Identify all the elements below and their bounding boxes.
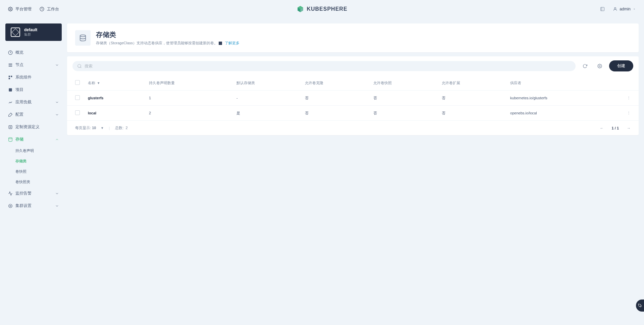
nav-monitoring-label: 监控告警 xyxy=(15,191,32,196)
row-allow-clone: 否 xyxy=(301,91,369,106)
nav-overview[interactable]: 概览 xyxy=(5,46,62,59)
nav-storage[interactable]: 存储 xyxy=(5,133,62,146)
th-provisioner: 供应者 xyxy=(506,75,623,91)
page-description-text: 存储类（StorageClass）支持动态卷供应，使管理员能够按需创建新的卷。 xyxy=(96,41,218,45)
table-header-row: 名称 ▾ 持久卷声明数量 默认存储类 允许卷克隆 允许卷快照 允许卷扩展 供应者 xyxy=(67,75,639,91)
row-default-sc: 是 xyxy=(232,106,301,121)
nav-nodes[interactable]: 节点 xyxy=(5,59,62,71)
row-pvc-count: 2 xyxy=(145,106,232,121)
table-row: local 2 是 否 否 否 openebs.io/local ⋮ xyxy=(67,106,639,121)
storage-class-table: 名称 ▾ 持久卷声明数量 默认存储类 允许卷克隆 允许卷快照 允许卷扩展 供应者… xyxy=(67,75,639,121)
nav-projects[interactable]: 项目 xyxy=(5,84,62,96)
nav-storage-label: 存储 xyxy=(15,137,23,142)
svg-rect-6 xyxy=(9,63,12,64)
nav-monitoring[interactable]: 监控告警 xyxy=(5,187,62,200)
user-menu[interactable]: admin xyxy=(613,7,636,11)
nav-app-workloads-label: 应用负载 xyxy=(15,99,32,105)
svg-point-0 xyxy=(10,8,11,10)
nav-storage-sub: 持久卷声明 存储类 卷快照 卷快照类 xyxy=(5,146,62,187)
user-icon xyxy=(613,7,618,11)
overview-icon xyxy=(8,50,13,55)
per-page-text: 每页显示: 10 xyxy=(75,125,96,130)
svg-rect-12 xyxy=(9,125,12,128)
storage-icon xyxy=(8,137,13,142)
nav-volume-snapshot-class[interactable]: 卷快照类 xyxy=(13,177,62,187)
logs-icon[interactable] xyxy=(600,7,605,11)
nav-crd-label: 定制资源定义 xyxy=(15,124,40,130)
th-name[interactable]: 名称 ▾ xyxy=(84,75,145,91)
table-card: 创建 名称 ▾ 持久卷声明数量 默认存储类 允许卷克隆 允许卷快照 允许卷扩 xyxy=(67,56,639,135)
row-name[interactable]: glusterfs xyxy=(88,96,103,100)
top-header: 平台管理 工作台 KUBESPHERE admin xyxy=(0,0,644,18)
th-name-label: 名称 xyxy=(88,81,95,85)
platform-management-link[interactable]: 平台管理 xyxy=(8,6,32,12)
create-button[interactable]: 创建 xyxy=(609,60,633,71)
nav-crd[interactable]: 定制资源定义 xyxy=(5,121,62,133)
per-page-dropdown[interactable]: ▾ xyxy=(101,126,103,130)
select-all-checkbox[interactable] xyxy=(75,80,80,85)
nav-storage-class[interactable]: 存储类 xyxy=(13,156,62,166)
cluster-name: default xyxy=(24,28,37,32)
page-info: 1 / 1 xyxy=(612,126,619,130)
svg-rect-9 xyxy=(11,75,12,77)
nav-app-workloads[interactable]: 应用负载 xyxy=(5,96,62,108)
learn-more-link[interactable]: 了解更多 xyxy=(225,41,239,45)
chevron-down-icon xyxy=(55,113,59,117)
cluster-type: 集群 xyxy=(24,32,37,37)
th-allow-clone: 允许卷克隆 xyxy=(301,75,369,91)
logo-text: KUBESPHERE xyxy=(307,6,347,12)
nav-volume-snapshot[interactable]: 卷快照 xyxy=(13,166,62,177)
workloads-icon xyxy=(8,100,13,105)
username-label: admin xyxy=(620,7,631,11)
settings-button[interactable] xyxy=(594,61,605,71)
row-checkbox[interactable] xyxy=(75,95,80,100)
prev-page-button[interactable]: ← xyxy=(600,126,604,130)
next-page-button[interactable]: → xyxy=(627,126,631,130)
th-pvc-count: 持久卷声明数量 xyxy=(145,75,232,91)
nav-config[interactable]: 配置 xyxy=(5,108,62,121)
cluster-card[interactable]: default 集群 xyxy=(5,23,62,41)
table-row: glusterfs 1 - 否 否 否 kubernetes.io/gluste… xyxy=(67,91,639,106)
nav-system-components[interactable]: 系统组件 xyxy=(5,71,62,84)
svg-rect-7 xyxy=(9,65,12,66)
nav-volume-snapshot-class-label: 卷快照类 xyxy=(15,179,30,184)
search-wrap xyxy=(72,61,576,71)
header-right: admin xyxy=(600,7,636,11)
search-input[interactable] xyxy=(85,64,571,68)
page-icon-wrap xyxy=(75,30,91,46)
settings-icon xyxy=(8,204,13,208)
th-allow-snapshot: 允许卷快照 xyxy=(369,75,438,91)
row-checkbox[interactable] xyxy=(75,110,80,115)
logo[interactable]: KUBESPHERE xyxy=(297,5,347,13)
page-header: 存储类 存储类（StorageClass）支持动态卷供应，使管理员能够按需创建新… xyxy=(67,23,639,52)
row-more-button[interactable]: ⋮ xyxy=(627,96,631,100)
refresh-button[interactable] xyxy=(580,61,590,71)
dashboard-icon xyxy=(40,7,44,11)
svg-point-15 xyxy=(9,138,12,139)
nav-system-components-label: 系统组件 xyxy=(15,74,32,80)
nav-nodes-label: 节点 xyxy=(15,62,23,68)
row-default-sc: - xyxy=(232,91,301,106)
table-toolbar: 创建 xyxy=(67,56,639,75)
svg-point-19 xyxy=(78,64,81,67)
crd-icon xyxy=(8,125,13,129)
row-allow-snapshot: 否 xyxy=(369,106,438,121)
header-left: 平台管理 工作台 xyxy=(8,6,59,12)
nav-storage-class-label: 存储类 xyxy=(15,159,26,164)
row-allow-expand: 否 xyxy=(438,106,506,121)
page-title: 存储类 xyxy=(96,30,239,39)
nav-cluster-settings[interactable]: 集群设置 xyxy=(5,200,62,212)
svg-point-17 xyxy=(9,204,12,208)
workbench-label: 工作台 xyxy=(47,6,59,12)
workbench-link[interactable]: 工作台 xyxy=(40,6,59,12)
row-name[interactable]: local xyxy=(88,111,96,115)
pagination: 每页显示: 10 ▾ | 总数: 2 ← 1 / 1 → xyxy=(67,121,639,135)
main-content: 存储类 存储类（StorageClass）支持动态卷供应，使管理员能够按需创建新… xyxy=(67,18,644,217)
nav-pvc[interactable]: 持久卷声明 xyxy=(13,146,62,156)
row-pvc-count: 1 xyxy=(145,91,232,106)
nav-volume-snapshot-label: 卷快照 xyxy=(15,169,26,174)
components-icon xyxy=(8,75,13,80)
row-more-button[interactable]: ⋮ xyxy=(627,111,631,115)
config-icon xyxy=(8,112,13,117)
svg-point-4 xyxy=(614,7,616,9)
